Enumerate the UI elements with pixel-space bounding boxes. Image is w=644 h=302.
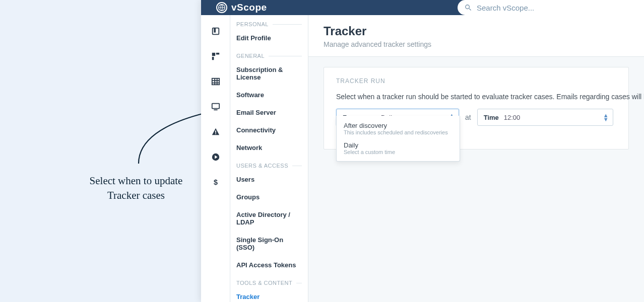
svg-rect-7 [212,57,214,60]
chevron-updown-icon: ▲▼ [603,113,609,121]
play-icon[interactable] [211,152,221,162]
page-title: Tracker [324,24,629,38]
brand-name: vScope [231,2,267,13]
nav-item-tracker[interactable]: Tracker [230,288,308,302]
page-subtitle: Manage advanced tracker settings [324,40,629,48]
tracker-run-card: TRACKER RUN Select when a tracker run sh… [324,67,629,149]
at-label: at [465,113,471,121]
nav-section-personal: PERSONAL [230,15,308,29]
nav-item-sso[interactable]: Single Sign-On (SSO) [230,231,308,256]
card-description: Select when a tracker run should be star… [336,93,616,101]
svg-rect-5 [212,53,215,56]
warning-icon[interactable] [211,127,221,137]
search-icon [465,4,472,11]
card-title: TRACKER RUN [336,78,616,85]
frequency-dropdown: After discovery This includes scheduled … [336,116,460,162]
nav-section-users: USERS & ACCESS [230,157,308,171]
search-input[interactable] [477,4,637,12]
time-value: 12:00 [504,114,521,121]
dashboard-icon[interactable] [211,51,221,61]
svg-rect-15 [215,130,216,133]
nav-item-network[interactable]: Network [230,139,308,157]
dollar-icon[interactable]: $ [211,177,221,187]
svg-line-2 [469,9,471,11]
svg-text:$: $ [213,178,217,186]
monitor-icon[interactable] [211,102,221,112]
option-title: Daily [344,141,453,149]
app-window: vScope $ PERSONAL Edit Profile GENERAL S… [201,0,644,302]
global-search[interactable] [458,0,644,15]
time-label: Time [484,114,499,121]
table-icon[interactable] [211,77,221,87]
annotation-line2: Tracker cases [71,188,202,203]
page-header: Tracker Manage advanced tracker settings [308,15,644,57]
option-title: After discovery [344,122,453,129]
option-subtitle: Select a custom time [344,149,453,155]
nav-item-users[interactable]: Users [230,171,308,188]
top-bar: vScope [201,0,644,15]
annotation-line1: Select when to update [71,174,202,188]
nav-item-ad-ldap[interactable]: Active Directory / LDAP [230,206,308,231]
nav-item-email-server[interactable]: Email Server [230,104,308,121]
globe-icon [216,2,227,13]
svg-point-1 [466,5,470,9]
nav-item-connectivity[interactable]: Connectivity [230,121,308,139]
nav-item-subscription[interactable]: Subscription & License [230,61,308,86]
main-pane: Tracker Manage advanced tracker settings… [308,15,644,302]
nav-item-groups[interactable]: Groups [230,188,308,206]
nav-item-api-tokens[interactable]: API Access Tokens [230,256,308,274]
time-select[interactable]: Time 12:00 ▲▼ [477,109,613,126]
brand-logo[interactable]: vScope [216,2,267,13]
option-subtitle: This includes scheduled and rediscoverie… [344,129,453,135]
frequency-option-daily[interactable]: Daily Select a custom time [337,138,460,158]
svg-rect-4 [214,28,216,33]
svg-rect-8 [212,79,219,85]
settings-nav: PERSONAL Edit Profile GENERAL Subscripti… [230,15,308,302]
icon-rail: $ [201,15,230,302]
svg-rect-13 [212,104,219,109]
nav-section-tools: TOOLS & CONTENT [230,274,308,288]
bookmark-icon[interactable] [211,26,221,36]
annotation-callout: Select when to update Tracker cases [71,174,202,203]
svg-rect-16 [215,133,216,134]
nav-item-software[interactable]: Software [230,86,308,104]
nav-item-edit-profile[interactable]: Edit Profile [230,29,308,47]
svg-rect-6 [216,53,219,55]
frequency-option-after-discovery[interactable]: After discovery This includes scheduled … [337,119,460,138]
nav-section-general: GENERAL [230,47,308,61]
